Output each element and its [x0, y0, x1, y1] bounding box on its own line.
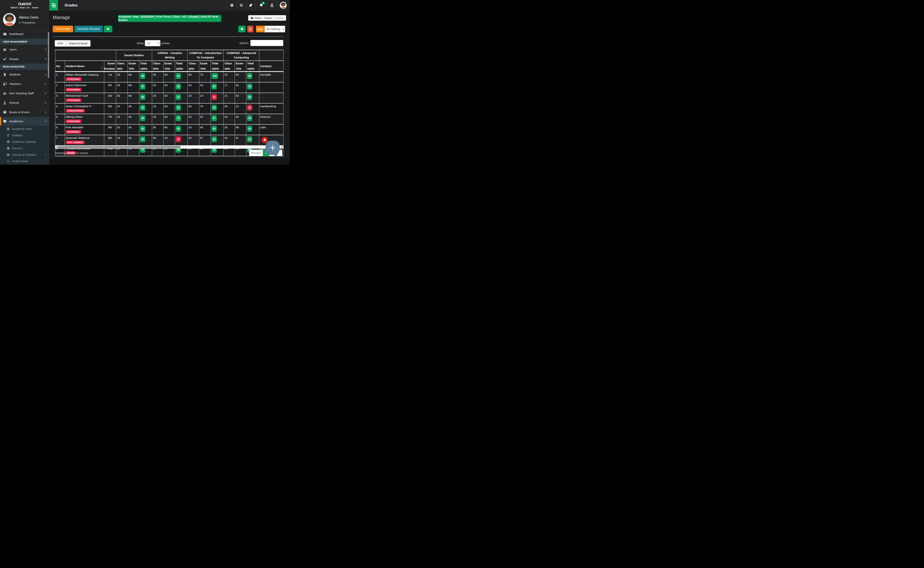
col-header-class[interactable]: Class30% [224, 60, 235, 71]
exam-score: 68 [128, 82, 139, 93]
col-header-student-name[interactable]: Student Name [65, 60, 104, 71]
col-header-exam[interactable]: Exam70% [199, 60, 211, 71]
scroll-left-arrow[interactable] [56, 146, 57, 148]
generate-remarks-button[interactable]: Generate Remarks [74, 26, 103, 32]
chevron-left-icon [44, 83, 47, 85]
sidebar-item-dashboard[interactable]: Dashboard [0, 29, 49, 39]
notifications-button[interactable]: 1 [255, 0, 267, 11]
sidebar-item-students[interactable]: Students [0, 70, 49, 79]
page-length-control: Show 10 entries [137, 40, 170, 46]
col-header-conduct[interactable]: Conduct [259, 60, 283, 71]
submenu-item-classes-divisions[interactable]: Classes & Divisions [0, 151, 49, 158]
fees-button[interactable]: $ [267, 0, 276, 11]
col-header-class[interactable]: Class30% [116, 60, 128, 71]
submenu-item-courses[interactable]: Courses [0, 145, 49, 151]
col-header-class[interactable]: Class30% [152, 60, 164, 71]
notification-badge: 1 [262, 2, 265, 5]
action-buttons: View Grades Generate Remarks [53, 26, 112, 32]
notification-fab[interactable] [261, 137, 268, 143]
context-banner[interactable]: Academic Year: 2024/2025 | First Term | … [118, 15, 221, 22]
col-header-total[interactable]: Total100% [175, 60, 188, 71]
show-label: Show [137, 42, 144, 45]
notes-button[interactable] [246, 0, 255, 11]
class-score: 28 [188, 103, 199, 114]
col-header-exam-position[interactable]: ExamPosition [104, 60, 116, 71]
student-id-badge: ST20230001 [66, 77, 81, 81]
total-score: 67 [211, 114, 224, 124]
page-length-select[interactable]: 10 [145, 40, 160, 46]
col-header-class[interactable]: Class30% [188, 60, 199, 71]
submenu-item-holidays[interactable]: Holidays [0, 132, 49, 139]
submenu-item-academic-years[interactable]: Academic Years [0, 125, 49, 132]
search-input[interactable] [250, 40, 283, 46]
col-header-exam[interactable]: Exam70% [128, 60, 139, 71]
col-header-exam[interactable]: Exam70% [235, 60, 246, 71]
sidebar-toggle-button[interactable] [49, 0, 58, 11]
sidebar-item-users[interactable]: Users [0, 45, 49, 54]
class-score: 15 [224, 71, 235, 82]
student-id-badge: ST20240001 [66, 88, 81, 92]
add-fab[interactable]: + [265, 141, 280, 155]
sidebar-item-groups[interactable]: Groups [0, 54, 49, 63]
breadcrumb-exams[interactable]: Exams [265, 17, 272, 20]
sidebar-item-non-teaching-staff[interactable]: Non-Teaching Staff [0, 89, 49, 98]
chevron-down-icon [44, 120, 47, 122]
announce-button[interactable] [104, 26, 112, 32]
total-badge: 83 [247, 126, 252, 131]
sidebar-item-parents[interactable]: Parents [0, 98, 49, 107]
exam-position: 1st [104, 71, 116, 82]
exam-score: 40 [199, 124, 211, 135]
view-grades-button[interactable]: View Grades [53, 26, 73, 32]
submenu-item-grade-points[interactable]: AZ Grade Points [0, 158, 49, 165]
edit-action-select[interactable]: Do Nothing [265, 26, 285, 32]
hamburger-icon [52, 3, 55, 4]
conduct-cell: Hardworking [259, 103, 283, 114]
scroll-right-arrow[interactable] [282, 146, 283, 148]
class-score: 16 [188, 82, 199, 93]
total-score: 55 [139, 135, 152, 145]
breadcrumb-home[interactable]: Home [255, 17, 261, 20]
school-icon [7, 153, 10, 156]
student-cell: Ackon EbenezerST20240001 [65, 82, 104, 93]
horizontal-scrollbar[interactable] [55, 145, 283, 149]
submenu-item-label: Holidays [12, 134, 23, 137]
exam-score: 10 [164, 135, 175, 145]
pdf-button[interactable]: PDF [55, 40, 66, 47]
total-score: 98 [139, 93, 152, 103]
grades-table-body: 1Abban Alexander OppongST202300011st2860… [55, 71, 283, 156]
row-number: 4 [55, 103, 65, 114]
class-score: 20 [116, 124, 128, 135]
feather-icon [249, 3, 253, 7]
profile-button[interactable] [276, 0, 290, 11]
subject-header-social-studies: Social Studies [116, 50, 152, 60]
col-header-total[interactable]: Total100% [139, 60, 152, 71]
table-row: 2Ackon EbenezerST202400015th296897254065… [55, 82, 283, 93]
pagination-previous[interactable]: Previous [249, 150, 263, 156]
exam-score: 43 [199, 82, 211, 93]
col-header-exam[interactable]: Exam70% [164, 60, 175, 71]
col-header-no[interactable]: No. [55, 60, 65, 71]
col-header-total[interactable]: Total100% [211, 60, 224, 71]
scrollbar-thumb[interactable] [57, 146, 181, 148]
settings-button[interactable] [227, 0, 237, 11]
fullscreen-button[interactable] [237, 0, 246, 11]
sort-alpha-icon: AZ [7, 160, 10, 163]
submenu-item-academic-calendar[interactable]: Academic Calendar [0, 139, 49, 145]
total-badge: 50 [212, 126, 217, 131]
sidebar-item-teachers[interactable]: Teachers [0, 79, 49, 89]
sidebar-item-academics[interactable]: Academics [0, 117, 49, 125]
print-button[interactable] [238, 26, 246, 32]
timer-button[interactable] [247, 26, 253, 32]
export-excel-button[interactable]: Export to Excel [66, 40, 90, 47]
class-score: 16 [224, 114, 235, 124]
total-score: 52 [246, 82, 259, 93]
col-header-total[interactable]: Total100% [246, 60, 259, 71]
sort-icon[interactable] [100, 66, 103, 69]
class-score: 25 [188, 135, 199, 145]
total-score: 98 [211, 103, 224, 114]
total-score: 59 [211, 82, 224, 93]
sidebar-item-buses-drivers[interactable]: Buses & Drivers [0, 107, 49, 117]
sidebar-scrollbar[interactable] [48, 32, 49, 78]
money-deposit-icon: $ [270, 3, 274, 7]
total-badge: 60 [140, 126, 145, 131]
